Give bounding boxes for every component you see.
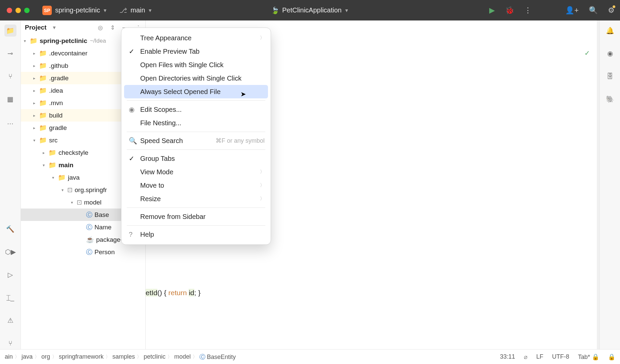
ai-assistant-icon[interactable]: ◉ [604,47,616,59]
menu-separator [127,132,265,132]
menu-separator [127,149,265,150]
tree-item[interactable]: ⒸPerson [21,246,145,258]
menu-item[interactable]: ✓Enable Preview Tab [121,45,271,58]
expand-collapse-icon[interactable]: ⇕ [110,24,115,31]
panel-title[interactable]: Project [25,24,46,31]
code-with-me-icon[interactable]: 👤+ [565,6,579,15]
breadcrumb-item[interactable]: springframework [59,353,104,360]
status-bar: ain〉java〉org〉springframework〉samples〉pet… [0,349,620,364]
database-icon[interactable]: 🗄 [604,70,616,82]
left-tool-rail: 📁 ⊸ ⑂ ▦ … 🔨 ⬡▶ ▷ ⌶_ ⚠ ⑂ [0,20,21,349]
line-ending[interactable]: LF [536,353,543,360]
encoding[interactable]: UTF-8 [552,353,569,360]
notifications-icon[interactable]: 🔔 [604,25,616,37]
project-options-menu: Tree Appearance〉✓Enable Preview TabOpen … [121,28,271,245]
run-icon[interactable]: ▶ [489,6,495,15]
breadcrumb-separator: 〉 [167,354,172,360]
breadcrumb-item[interactable]: org [41,353,50,360]
menu-separator [127,208,265,208]
cursor-icon: ➤ [240,90,246,98]
structure-tool-icon[interactable]: ▦ [4,93,16,105]
vcs-tool-icon[interactable]: ⑂ [4,337,16,349]
readonly-icon[interactable]: ⌀ [524,353,528,361]
menu-item[interactable]: 🔍Speed Search⌘F or any symbol [121,134,271,147]
check-icon[interactable]: ✓ [584,47,590,59]
breadcrumb-separator: 〉 [35,354,39,360]
breadcrumb-item[interactable]: petclinic [144,353,165,360]
breadcrumb-item[interactable]: samples [112,353,135,360]
menu-separator [127,100,265,101]
build-tool-icon[interactable]: 🔨 [4,223,16,235]
caret-position[interactable]: 33:11 [500,353,515,360]
breadcrumb-item[interactable]: model [174,353,191,360]
menu-item[interactable]: File Nesting... [121,116,271,130]
menu-item[interactable]: Open Files with Single Click [121,58,271,72]
chevron-down-icon: ▼ [148,8,153,13]
problems-tool-icon[interactable]: ⚠ [4,314,16,326]
breadcrumb-item[interactable]: ain [5,353,13,360]
code-text: etId() { [146,289,168,297]
chevron-down-icon[interactable]: ▼ [52,25,56,30]
lock-icon: 🔒 [592,354,599,360]
code-keyword: return [168,289,187,297]
project-tool-icon[interactable]: 📁 [4,25,16,37]
traffic-lights [7,8,30,13]
breadcrumb-item[interactable]: java [22,353,33,360]
titlebar-right-actions: ▶ 🐞 ⋮ 👤+ 🔍 ⚙ [489,6,615,15]
fullscreen-window[interactable] [24,8,30,13]
menu-item[interactable]: Remove from Sidebar [121,210,271,223]
run-tool-icon[interactable]: ▷ [4,269,16,281]
chevron-down-icon[interactable]: ▼ [103,8,107,13]
settings-icon[interactable]: ⚙ [608,6,615,15]
menu-item[interactable]: ?Help [121,228,271,241]
status-right: 33:11 ⌀ LF UTF-8 Tab* 🔒 🔒 [500,353,615,361]
menu-item[interactable]: Always Select Opened File [124,85,268,98]
breadcrumb-item[interactable]: ⒸBaseEntity [199,353,236,361]
terminal-tool-icon[interactable]: ⌶_ [4,291,16,304]
branch-name: main [130,6,145,14]
pr-tool-icon[interactable]: ⑂ [4,70,16,82]
more-icon[interactable]: ⋮ [524,6,532,15]
services-tool-icon[interactable]: ⬡▶ [4,246,16,258]
readonly-toggle-icon[interactable]: 🔒 [608,353,615,361]
search-icon[interactable]: 🔍 [589,6,598,15]
branch-icon: ⎇ [119,6,127,14]
breadcrumb-separator: 〉 [15,354,20,360]
project-badge: SP [42,6,52,15]
debug-icon[interactable]: 🐞 [505,6,514,15]
menu-item[interactable]: ✓Group Tabs [121,152,271,165]
notification-dot [613,5,615,8]
menu-item[interactable]: ◉Edit Scopes... [121,103,271,116]
menu-separator [127,225,265,226]
menu-item[interactable]: Tree Appearance〉 [121,31,271,45]
breadcrumb-separator: 〉 [106,354,110,360]
indent[interactable]: Tab* 🔒 [578,353,599,361]
menu-item[interactable]: Move to〉 [121,179,271,192]
spring-icon: 🍃 [271,6,279,14]
breadcrumbs[interactable]: ain〉java〉org〉springframework〉samples〉pet… [5,353,500,361]
close-window[interactable] [7,8,12,13]
select-opened-file-icon[interactable]: ◎ [98,24,103,31]
main: 📁 ⊸ ⑂ ▦ … 🔨 ⬡▶ ▷ ⌶_ ⚠ ⑂ Project ▼ ◎ ⇕ — … [0,20,620,349]
more-tools-icon[interactable]: … [4,116,16,128]
right-tool-rail: 🔔 ◉ 🗄 🐘 [599,20,620,349]
minimize-window[interactable] [15,8,21,13]
branch-widget[interactable]: ⎇ main ▼ [119,6,152,14]
project-name[interactable]: spring-petclinic [55,6,100,14]
gradle-icon[interactable]: 🐘 [604,93,616,105]
commit-tool-icon[interactable]: ⊸ [4,47,16,59]
breadcrumb-separator: 〉 [52,354,57,360]
titlebar: SP spring-petclinic ▼ ⎇ main ▼ 🍃 PetClin… [0,0,620,20]
editor-marker-bar[interactable] [597,20,599,349]
chevron-down-icon: ▼ [344,8,349,13]
code-text: id; } [187,289,201,297]
menu-item[interactable]: View Mode〉 [121,165,271,179]
breadcrumb-separator: 〉 [193,354,197,360]
breadcrumb-separator: 〉 [137,354,142,360]
run-config-name: PetClinicApplication [282,6,342,14]
run-configuration[interactable]: 🍃 PetClinicApplication ▼ [271,6,349,14]
menu-item[interactable]: Resize〉 [121,192,271,206]
menu-item[interactable]: Open Directories with Single Click [121,72,271,85]
